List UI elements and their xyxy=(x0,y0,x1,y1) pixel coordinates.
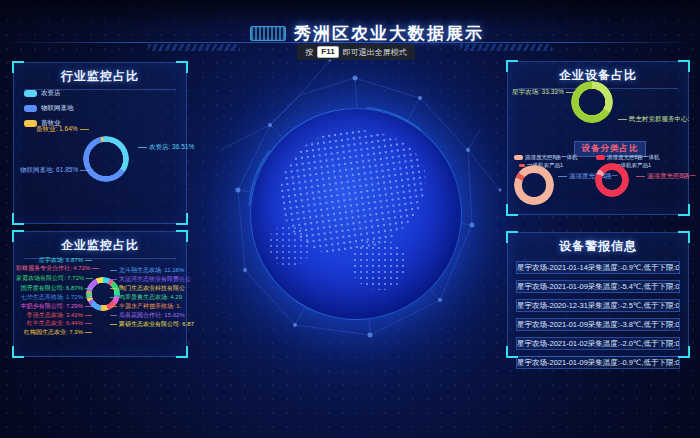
label-item: 丰源水产种苗养殖场: 1. xyxy=(110,302,181,310)
callout-label: 温湿度光照8路一 xyxy=(634,172,696,180)
alarm-row: 星宇农场-2021-01-09采集温度:-3.8℃,低于下限:0℃ xyxy=(516,318,680,331)
device-category-right-donut[interactable] xyxy=(595,163,629,197)
legend-swatch xyxy=(596,155,605,160)
legend-item[interactable]: 农资店 xyxy=(24,89,74,98)
legend-item[interactable]: 温湿度光照8路一体机 xyxy=(514,154,578,161)
legend-swatch xyxy=(24,90,37,97)
label-item: 鸣翠蛋禽生态农场: 4.29 xyxy=(110,293,182,301)
callout-label: 物联网基地: 61.85% xyxy=(20,166,91,174)
tip-suffix: 即可退出全屏模式 xyxy=(343,47,407,58)
panel-device-ratio: 企业设备占比 星宇农场: 33.33% 民主村党群服务中心: 设备分类占比 温湿… xyxy=(507,61,689,215)
label-item: 北斗翔生态农场: 11.16% xyxy=(110,266,184,274)
tip-prefix: 按 xyxy=(305,47,313,58)
page-title: 秀洲区农业大数据展示 xyxy=(294,22,484,45)
label-item: 七华生态养殖场: 1.72% xyxy=(16,293,92,301)
alarm-row: 星宇农场-2021-01-14采集温度:-0.9℃,低于下限:0℃ xyxy=(516,261,680,274)
label-item: 家庭农场有限公司: 7.72% xyxy=(16,274,92,282)
alarm-row: 星宇农场-2021-01-09采集温度:-0.9℃,低于下限:0℃ xyxy=(516,356,680,369)
dashboard: 秀洲区农业大数据展示 按 F11 即可退出全屏模式 行业监控占比 农资店 物联网… xyxy=(0,0,700,438)
legend-item[interactable]: 物联网基地 xyxy=(24,104,74,113)
continent-dots xyxy=(352,239,407,289)
legend-item[interactable]: 温湿度光照8路一体机 xyxy=(596,154,660,161)
panel-title: 企业设备占比 xyxy=(508,62,688,84)
callout-label: 畜牧业: 1.64% xyxy=(36,125,91,133)
panel-industry-monitor: 行业监控占比 农资店 物联网基地 畜牧业 畜牧业: 1.64% 农资店: 36.… xyxy=(13,62,187,224)
panel-title: 企业监控占比 xyxy=(14,232,186,254)
label-item: 彩蝶服务专业合作社: 4.72% xyxy=(16,264,92,272)
label-item: 陶门生态农业科技有限公 xyxy=(110,284,185,292)
panel-title: 行业监控占比 xyxy=(14,63,186,85)
globe xyxy=(250,108,462,320)
label-item: 星宇农场: 6.87% xyxy=(16,256,92,264)
label-item: 国开发有限公司: 6.87% xyxy=(16,284,92,292)
legend-swatch xyxy=(514,155,523,160)
callout-label: 民主村党群服务中心: xyxy=(616,115,689,123)
panel-enterprise-monitor: 企业监控占比 星宇农场: 6.87% 彩蝶服务专业合作社: 4.72% 家庭农场… xyxy=(13,231,187,357)
industry-donut-chart[interactable] xyxy=(83,136,129,182)
label-item: 红丰生态农业: 6.44% xyxy=(16,319,92,327)
label-item: 中奶乡有限公司: 7.29% xyxy=(16,302,92,310)
alarm-row: 星宇农场-2020-12-31采集温度:-2.5℃,低于下限:0℃ xyxy=(516,299,680,312)
legend-swatch xyxy=(24,105,37,112)
panel-title: 设备警报信息 xyxy=(508,233,688,255)
f11-key: F11 xyxy=(317,46,338,58)
header: 秀洲区农业大数据展示 xyxy=(34,22,700,45)
continent-dots xyxy=(268,225,310,267)
label-item: 大运河生态牧业有限责任公 xyxy=(110,275,191,283)
fullscreen-tip: 按 F11 即可退出全屏模式 xyxy=(0,44,700,60)
logo-badge xyxy=(250,26,286,41)
label-item: 聚硕生态农业有限公司: 6.87 xyxy=(110,320,194,328)
label-item: 李强生态农场: 3.42% xyxy=(16,311,92,319)
label-item: 瓜泉花园合作社: 15.02% xyxy=(110,311,185,319)
device-category-left-donut[interactable] xyxy=(514,165,554,205)
callout-label: 星宇农场: 33.33% xyxy=(512,88,564,96)
callout-label: 农资店: 36.51% xyxy=(136,143,194,151)
alarm-row: 星宇农场-2021-01-09采集温度:-5.4℃,低于下限:0℃ xyxy=(516,280,680,293)
panel-device-alarms: 设备警报信息 星宇农场-2021-01-14采集温度:-0.9℃,低于下限:0℃… xyxy=(507,232,689,357)
label-item: 红梅园生态农业: 7.3% xyxy=(16,328,92,336)
device-ratio-donut-chart[interactable] xyxy=(571,81,613,123)
alarm-row: 星宇农场-2021-01-02采集温度:-2.0℃,低于下限:0℃ xyxy=(516,337,680,350)
